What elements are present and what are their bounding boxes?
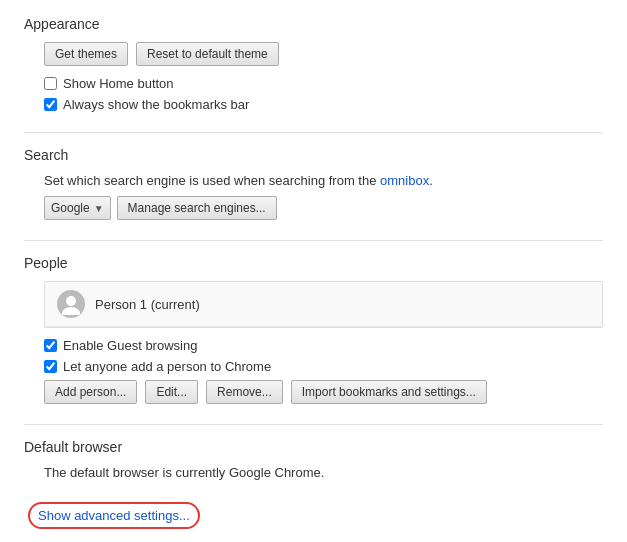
manage-search-engines-button[interactable]: Manage search engines... — [117, 196, 277, 220]
search-content: Set which search engine is used when sea… — [24, 173, 603, 220]
theme-button-row: Get themes Reset to default theme — [44, 42, 603, 66]
enable-guest-checkbox[interactable] — [44, 339, 57, 352]
search-desc-suffix: . — [429, 173, 433, 188]
omnibox-link[interactable]: omnibox — [380, 173, 429, 188]
add-person-button[interactable]: Add person... — [44, 380, 137, 404]
search-title: Search — [24, 147, 603, 163]
edit-person-button[interactable]: Edit... — [145, 380, 198, 404]
search-engine-value: Google — [51, 201, 90, 215]
default-browser-title: Default browser — [24, 439, 603, 455]
default-browser-section: Default browser The default browser is c… — [24, 439, 603, 480]
enable-guest-label[interactable]: Enable Guest browsing — [63, 338, 197, 353]
svg-point-1 — [62, 307, 80, 315]
always-show-bookmarks-label[interactable]: Always show the bookmarks bar — [63, 97, 249, 112]
advanced-ellipse: Show advanced settings... — [28, 502, 200, 529]
search-engine-dropdown[interactable]: Google ▼ — [44, 196, 111, 220]
appearance-content: Get themes Reset to default theme Show H… — [24, 42, 603, 112]
people-title: People — [24, 255, 603, 271]
show-home-button-checkbox[interactable] — [44, 77, 57, 90]
remove-person-button[interactable]: Remove... — [206, 380, 283, 404]
reset-theme-button[interactable]: Reset to default theme — [136, 42, 279, 66]
show-home-button-label[interactable]: Show Home button — [63, 76, 174, 91]
search-description: Set which search engine is used when sea… — [44, 173, 603, 188]
search-engine-row: Google ▼ Manage search engines... — [44, 196, 603, 220]
let-anyone-checkbox[interactable] — [44, 360, 57, 373]
people-actions: Add person... Edit... Remove... Import b… — [44, 380, 603, 404]
show-advanced-settings-link[interactable]: Show advanced settings... — [34, 506, 194, 525]
dropdown-arrow-icon: ▼ — [94, 203, 104, 214]
advanced-settings-wrapper: Show advanced settings... — [24, 500, 603, 529]
default-browser-description: The default browser is currently Google … — [44, 465, 603, 480]
appearance-title: Appearance — [24, 16, 603, 32]
people-content: Person 1 (current) Enable Guest browsing… — [24, 281, 603, 404]
let-anyone-label[interactable]: Let anyone add a person to Chrome — [63, 359, 271, 374]
always-show-bookmarks-row: Always show the bookmarks bar — [44, 97, 603, 112]
get-themes-button[interactable]: Get themes — [44, 42, 128, 66]
default-browser-content: The default browser is currently Google … — [24, 465, 603, 480]
always-show-bookmarks-checkbox[interactable] — [44, 98, 57, 111]
avatar — [57, 290, 85, 318]
import-bookmarks-button[interactable]: Import bookmarks and settings... — [291, 380, 487, 404]
search-desc-prefix: Set which search engine is used when sea… — [44, 173, 380, 188]
search-section: Search Set which search engine is used w… — [24, 147, 603, 220]
people-section: People Person 1 (current) Enable Guest b… — [24, 255, 603, 404]
let-anyone-row: Let anyone add a person to Chrome — [44, 359, 603, 374]
person-row[interactable]: Person 1 (current) — [45, 282, 602, 327]
svg-point-0 — [66, 296, 76, 306]
show-home-button-row: Show Home button — [44, 76, 603, 91]
appearance-section: Appearance Get themes Reset to default t… — [24, 16, 603, 112]
divider-1 — [24, 132, 603, 133]
divider-3 — [24, 424, 603, 425]
person-name: Person 1 (current) — [95, 297, 200, 312]
person-icon — [60, 293, 82, 315]
people-list: Person 1 (current) — [44, 281, 603, 328]
enable-guest-row: Enable Guest browsing — [44, 338, 603, 353]
divider-2 — [24, 240, 603, 241]
